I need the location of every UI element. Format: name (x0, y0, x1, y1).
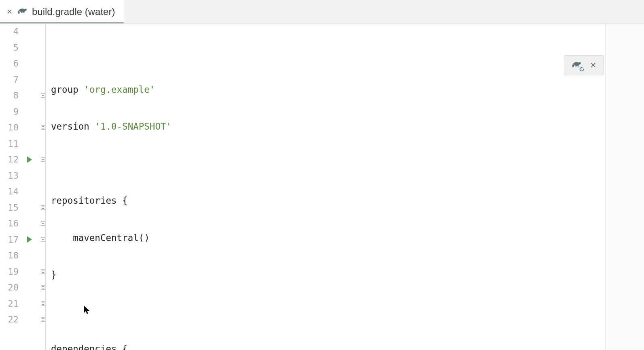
line-number: 21 (0, 296, 23, 312)
fold-gutter-slot (40, 280, 45, 296)
line-number: 14 (0, 184, 23, 200)
fold-gutter-slot (40, 184, 45, 200)
fold-gutter-slot (40, 72, 45, 88)
gradle-elephant-icon (17, 7, 28, 16)
refresh-badge-icon (579, 66, 585, 72)
gutter-icon-slot (23, 168, 36, 184)
editor-gutter: 45678910111213141516171819202122 (0, 23, 46, 350)
line-number: 13 (0, 168, 23, 184)
gutter-icon-slot (23, 184, 36, 200)
gutter-icon-slot (23, 23, 36, 40)
fold-gutter-slot (40, 216, 45, 232)
close-icon[interactable]: ✕ (590, 60, 597, 70)
gutter-icon-slot (23, 248, 36, 264)
gutter-icon-slot (23, 216, 36, 232)
fold-start-icon[interactable] (41, 221, 45, 226)
fold-end-icon[interactable] (41, 285, 45, 290)
gutter-icon-slot (23, 88, 36, 104)
fold-gutter-slot (40, 232, 45, 248)
run-gutter-icon[interactable] (27, 236, 32, 243)
gutter-icon-slot (23, 72, 36, 88)
gutter-icon-slot (23, 232, 36, 248)
line-number: 10 (0, 120, 23, 136)
gradle-reload-icon[interactable] (571, 61, 582, 70)
fold-end-icon[interactable] (41, 301, 45, 306)
code-line[interactable]: group 'org.example' (45, 82, 605, 98)
editor-tabbar: ✕ build.gradle (water) (0, 0, 644, 23)
fold-gutter-slot (40, 248, 45, 264)
fold-gutter-slot (40, 312, 45, 328)
line-number: 18 (0, 248, 23, 264)
fold-gutter-slot (40, 120, 45, 136)
fold-end-icon[interactable] (41, 317, 45, 322)
close-tab-icon[interactable]: ✕ (6, 8, 13, 15)
editor-right-strip (606, 23, 644, 350)
code-line[interactable] (45, 45, 605, 61)
line-number: 16 (0, 216, 23, 232)
code-line[interactable]: dependencies { (45, 341, 605, 350)
fold-gutter-slot (40, 104, 45, 120)
line-number: 9 (0, 104, 23, 120)
gutter-icon-slot (23, 136, 36, 152)
line-number: 17 (0, 232, 23, 248)
line-number: 4 (0, 23, 23, 40)
gutter-icon-slot (23, 280, 36, 296)
gutter-icon-slot (23, 200, 36, 216)
fold-gutter-slot (40, 55, 45, 72)
line-number: 5 (0, 40, 23, 56)
fold-start-icon[interactable] (41, 93, 45, 98)
gutter-icon-slot (23, 312, 36, 328)
fold-gutter-slot (40, 152, 45, 168)
line-number: 12 (0, 152, 23, 168)
code-content[interactable]: group 'org.example' version '1.0-SNAPSHO… (45, 23, 605, 350)
fold-gutter-slot (40, 40, 45, 56)
code-line[interactable] (45, 304, 605, 320)
fold-end-icon[interactable] (41, 269, 45, 274)
fold-gutter-slot (40, 136, 45, 152)
editor-tab-title: build.gradle (water) (32, 6, 115, 17)
line-number: 22 (0, 312, 23, 328)
gutter-icon-slot (23, 296, 36, 312)
gutter-icon-slot (23, 55, 36, 72)
line-number: 20 (0, 280, 23, 296)
code-editor[interactable]: 45678910111213141516171819202122 group '… (0, 23, 606, 350)
gutter-icon-slot (23, 152, 36, 168)
code-line[interactable] (45, 156, 605, 172)
gutter-icon-slot (23, 40, 36, 56)
fold-gutter-slot (40, 88, 45, 104)
code-line[interactable]: repositories { (45, 193, 605, 209)
fold-end-icon[interactable] (41, 125, 45, 130)
line-number: 8 (0, 88, 23, 104)
editor-tab-active[interactable]: ✕ build.gradle (water) (0, 0, 124, 23)
fold-gutter-slot (40, 296, 45, 312)
line-number: 11 (0, 136, 23, 152)
fold-gutter-slot (40, 168, 45, 184)
line-number: 6 (0, 55, 23, 72)
code-line[interactable]: mavenCentral() (45, 230, 605, 246)
fold-gutter-slot (40, 264, 45, 280)
run-gutter-icon[interactable] (27, 156, 32, 163)
code-line[interactable]: version '1.0-SNAPSHOT' (45, 119, 605, 135)
gradle-reload-widget: ✕ (564, 55, 604, 75)
fold-end-icon[interactable] (41, 205, 45, 210)
code-line[interactable]: } (45, 267, 605, 283)
line-number: 19 (0, 264, 23, 280)
line-number: 15 (0, 200, 23, 216)
line-number: 7 (0, 72, 23, 88)
fold-start-icon[interactable] (41, 157, 45, 162)
fold-start-icon[interactable] (41, 237, 45, 242)
gutter-icon-slot (23, 104, 36, 120)
gutter-icon-slot (23, 120, 36, 136)
fold-gutter-slot (40, 200, 45, 216)
gutter-icon-slot (23, 264, 36, 280)
fold-gutter-slot (40, 23, 45, 40)
